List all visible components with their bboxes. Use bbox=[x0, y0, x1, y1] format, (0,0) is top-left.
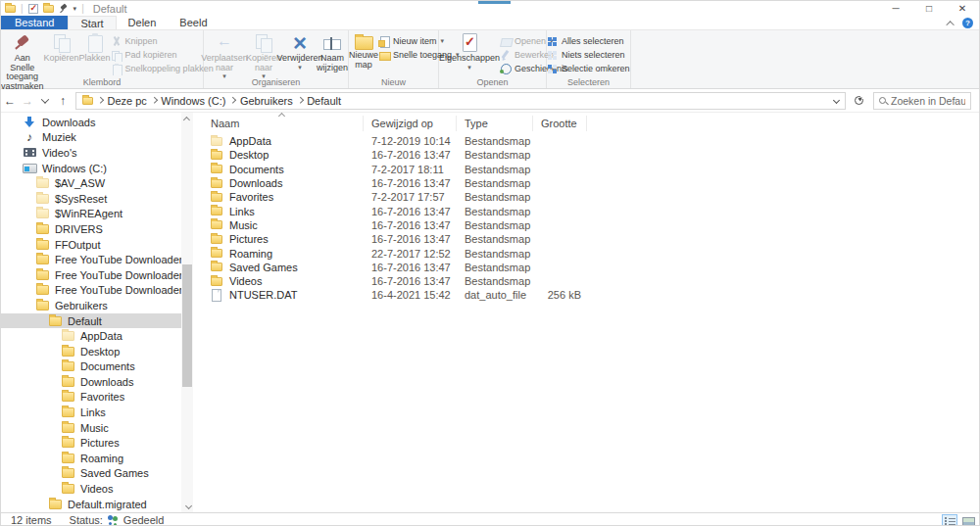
scroll-down-icon[interactable] bbox=[181, 501, 193, 512]
chevron-down-icon: ▾ bbox=[298, 64, 302, 72]
tree-item-default-migrated[interactable]: Default.migrated bbox=[1, 497, 181, 512]
share-status: Status: Gedeeld bbox=[70, 514, 165, 526]
niets-selecteren-button[interactable]: Niets selecteren bbox=[547, 48, 630, 62]
folder-icon bbox=[34, 209, 50, 218]
qat-customize-caret-icon[interactable]: ▾ bbox=[74, 5, 77, 13]
tree-item-documents[interactable]: Documents bbox=[1, 359, 181, 375]
address-dropdown-icon[interactable] bbox=[833, 97, 840, 104]
naam-wijzigen-label: Naam wijzigen bbox=[317, 54, 348, 72]
pad-kopi-ren-button[interactable]: Pad kopiëren bbox=[111, 48, 214, 62]
tree-item-desktop[interactable]: Desktop bbox=[1, 344, 181, 359]
window-controls: ─ □ ✕ bbox=[879, 1, 979, 16]
sidebar-scrollbar[interactable] bbox=[181, 113, 193, 512]
tree-item-winreagent[interactable]: $WinREAgent bbox=[1, 207, 181, 222]
file-row-videos[interactable]: Videos16-7-2016 13:47Bestandsmap bbox=[197, 274, 979, 288]
search-box[interactable] bbox=[873, 92, 971, 110]
aan-snelle-toegang-vastmaken-button[interactable]: Aan Snelle toegang vastmaken bbox=[1, 32, 44, 76]
collapse-ribbon-icon[interactable] bbox=[946, 21, 954, 28]
breadcrumb-segment-deze-pc[interactable]: Deze pc bbox=[108, 95, 147, 107]
pin-qat-icon[interactable] bbox=[59, 4, 69, 14]
scroll-up-icon[interactable] bbox=[181, 113, 193, 124]
column-header-gewijzigd-op[interactable]: Gewijzigd op bbox=[364, 116, 457, 131]
eigenschappen-button[interactable]: Eigenschappen▾ bbox=[439, 32, 500, 76]
tree-item-music[interactable]: Music bbox=[1, 420, 181, 436]
up-button[interactable]: ↑ bbox=[54, 92, 72, 110]
breadcrumb-segment-windows-c[interactable]: Windows (C:) bbox=[161, 95, 225, 107]
help-icon[interactable]: ? bbox=[962, 18, 973, 28]
nieuwe-map-button[interactable]: Nieuwe map bbox=[349, 32, 378, 76]
tree-item-downloads[interactable]: Downloads bbox=[1, 115, 181, 130]
file-row-saved-games[interactable]: Saved Games16-7-2016 13:47Bestandsmap bbox=[197, 261, 979, 274]
properties-qat-icon[interactable] bbox=[28, 4, 38, 14]
verwijderen-button[interactable]: Verwijderen▾ bbox=[282, 32, 318, 76]
tree-item-windows-c[interactable]: Windows (C:) bbox=[1, 161, 181, 176]
maximize-button[interactable]: □ bbox=[912, 1, 946, 16]
refresh-button[interactable] bbox=[850, 92, 867, 110]
tab-bestand[interactable]: Bestand bbox=[1, 16, 68, 29]
tree-item-favorites[interactable]: Favorites bbox=[1, 390, 181, 406]
tree-item-videos[interactable]: Videos bbox=[1, 481, 181, 497]
recent-locations-button[interactable] bbox=[36, 92, 54, 110]
file-row-favorites[interactable]: Favorites7-2-2017 17:57Bestandsmap bbox=[197, 190, 979, 204]
tree-item-av-asw[interactable]: $AV_ASW bbox=[1, 175, 181, 191]
file-row-downloads[interactable]: Downloads16-7-2016 13:47Bestandsmap bbox=[197, 176, 979, 190]
tree-item-saved-games[interactable]: Saved Games bbox=[1, 466, 181, 482]
file-row-documents[interactable]: Documents7-2-2017 18:11Bestandsmap bbox=[197, 163, 979, 176]
close-button[interactable]: ✕ bbox=[946, 1, 979, 16]
tree-item-sysreset[interactable]: $SysReset bbox=[1, 191, 181, 207]
file-type: Bestandsmap bbox=[457, 248, 533, 260]
column-header-type[interactable]: Type bbox=[457, 116, 533, 131]
new-folder-qat-icon[interactable] bbox=[43, 5, 54, 13]
naam-wijzigen-button[interactable]: Naam wijzigen bbox=[318, 32, 347, 76]
file-modified: 7-2-2017 18:11 bbox=[364, 164, 457, 175]
selectie-omkeren-button[interactable]: Selectie omkeren bbox=[547, 62, 630, 75]
forward-button[interactable]: → bbox=[19, 92, 36, 110]
search-input[interactable] bbox=[891, 95, 965, 107]
tree-item-roaming[interactable]: Roaming bbox=[1, 451, 181, 466]
tree-item-free-youtube-downloader-recorded[interactable]: Free YouTube Downloader Recorded bbox=[1, 283, 181, 299]
tree-item-downloads[interactable]: Downloads bbox=[1, 374, 181, 390]
file-row-ntuser-dat[interactable]: NTUSER.DAT16-4-2021 15:42dat_auto_file25… bbox=[197, 288, 979, 302]
details-view-button[interactable] bbox=[942, 514, 957, 526]
tree-item-free-youtube-downloader-converted[interactable]: Free YouTube Downloader Converted bbox=[1, 252, 181, 267]
tab-start[interactable]: Start bbox=[68, 16, 116, 29]
breadcrumb[interactable]: Deze pcWindows (C:)GebruikersDefault bbox=[75, 92, 846, 110]
thumbnails-view-button[interactable] bbox=[959, 514, 975, 526]
tree-item-label: Free YouTube Downloader Recorded bbox=[55, 284, 181, 296]
scrollbar-thumb[interactable] bbox=[182, 264, 192, 387]
file-row-music[interactable]: Music16-7-2016 13:47Bestandsmap bbox=[197, 218, 979, 232]
tree-item-free-youtube-downloader-downloaded[interactable]: Free YouTube Downloader Downloaded bbox=[1, 267, 181, 283]
file-row-pictures[interactable]: Pictures16-7-2016 13:47Bestandsmap bbox=[197, 232, 979, 246]
tree-item-links[interactable]: Links bbox=[1, 405, 181, 420]
knippen-button[interactable]: Knippen bbox=[111, 34, 214, 48]
snelkoppeling-plakken-label: Snelkoppeling plakken bbox=[125, 64, 214, 73]
breadcrumb-segment-default[interactable]: Default bbox=[307, 95, 341, 107]
verplaatsen-naar-button[interactable]: Verplaatsen naar▾ bbox=[204, 32, 245, 76]
tree-item-label: AppData bbox=[80, 330, 122, 342]
breadcrumb-segment-gebruikers[interactable]: Gebruikers bbox=[240, 95, 293, 107]
tree-item-muziek[interactable]: ♪Muziek bbox=[1, 130, 181, 146]
file-row-links[interactable]: Links16-7-2016 13:47Bestandsmap bbox=[197, 204, 979, 217]
file-row-desktop[interactable]: Desktop16-7-2016 13:47Bestandsmap bbox=[197, 148, 979, 162]
tree-item-gebruikers[interactable]: Gebruikers bbox=[1, 298, 181, 313]
plakken-button[interactable]: Plakken bbox=[79, 32, 111, 76]
snelkoppeling-plakken-button[interactable]: Snelkoppeling plakken bbox=[111, 62, 214, 75]
file-row-appdata[interactable]: AppData7-12-2019 10:14Bestandsmap bbox=[197, 134, 979, 148]
verplaatsen-naar-label: Verplaatsen naar bbox=[201, 54, 248, 72]
tree-item-ffoutput[interactable]: FFOutput bbox=[1, 237, 181, 253]
tree-item-default[interactable]: Default bbox=[1, 313, 181, 329]
column-header-grootte[interactable]: Grootte bbox=[533, 116, 587, 131]
tree-item-video-s[interactable]: Video's bbox=[1, 145, 181, 161]
tree-item-appdata[interactable]: AppData bbox=[1, 328, 181, 344]
kopi-ren-button[interactable]: Kopiëren bbox=[44, 32, 79, 76]
selinv-icon bbox=[547, 64, 559, 74]
alles-selecteren-button[interactable]: Alles selecteren bbox=[547, 34, 630, 48]
tree-item-drivers[interactable]: DRIVERS bbox=[1, 221, 181, 237]
minimize-button[interactable]: ─ bbox=[879, 1, 912, 16]
file-name: NTUSER.DAT bbox=[229, 289, 297, 301]
tree-item-pictures[interactable]: Pictures bbox=[1, 435, 181, 451]
file-row-roaming[interactable]: Roaming22-7-2017 12:52Bestandsmap bbox=[197, 246, 979, 260]
back-button[interactable]: ← bbox=[1, 92, 19, 110]
tab-delen[interactable]: Delen bbox=[117, 16, 169, 29]
tab-beeld[interactable]: Beeld bbox=[168, 16, 219, 29]
